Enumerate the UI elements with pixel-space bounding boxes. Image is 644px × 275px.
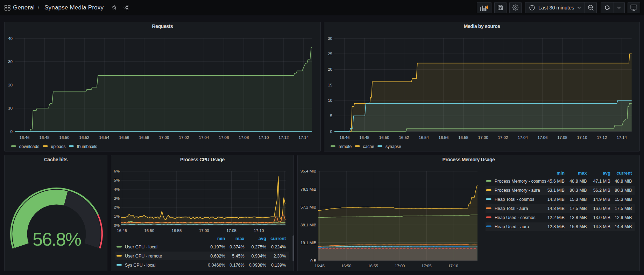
svg-text:15.3 MiB: 15.3 MiB xyxy=(569,197,587,202)
svg-text:16:48: 16:48 xyxy=(359,135,369,140)
svg-text:17.5 MiB: 17.5 MiB xyxy=(615,206,632,211)
svg-text:16:50: 16:50 xyxy=(144,228,154,233)
svg-text:17:04: 17:04 xyxy=(518,135,528,140)
svg-text:19.1 MiB: 19.1 MiB xyxy=(300,241,317,245)
svg-text:57.2 MiB: 57.2 MiB xyxy=(300,205,317,209)
svg-text:16:58: 16:58 xyxy=(139,135,149,140)
svg-text:Process Memory - cosmos: Process Memory - cosmos xyxy=(495,179,546,184)
svg-text:17:10: 17:10 xyxy=(448,264,458,268)
svg-text:53.1 MiB: 53.1 MiB xyxy=(547,188,565,193)
svg-text:Sys CPU - local: Sys CPU - local xyxy=(125,263,156,268)
svg-text:95.4 MiB: 95.4 MiB xyxy=(300,169,317,173)
svg-text:max: max xyxy=(578,170,587,176)
svg-text:Heap Used - cosmos: Heap Used - cosmos xyxy=(495,215,536,220)
svg-text:16:52: 16:52 xyxy=(399,135,409,140)
svg-text:20: 20 xyxy=(8,83,13,87)
svg-text:1%: 1% xyxy=(114,214,120,218)
svg-text:avg: avg xyxy=(259,236,266,241)
svg-text:5.45%: 5.45% xyxy=(232,254,244,259)
svg-text:cache: cache xyxy=(363,144,374,149)
svg-text:0.682%: 0.682% xyxy=(210,254,225,259)
svg-text:16:46: 16:46 xyxy=(20,135,30,140)
svg-text:12.9 MiB: 12.9 MiB xyxy=(615,215,632,220)
svg-text:0%: 0% xyxy=(114,223,120,227)
svg-text:25: 25 xyxy=(328,52,332,56)
svg-text:downloads: downloads xyxy=(19,144,39,149)
svg-text:16:46: 16:46 xyxy=(340,135,350,140)
svg-text:16:55: 16:55 xyxy=(172,228,182,233)
svg-text:16:48: 16:48 xyxy=(40,135,50,140)
svg-text:0.0938%: 0.0938% xyxy=(249,263,266,268)
svg-text:14.3 MiB: 14.3 MiB xyxy=(547,197,565,202)
svg-text:2.30%: 2.30% xyxy=(274,254,286,259)
svg-text:47.1 MiB: 47.1 MiB xyxy=(593,179,610,184)
svg-text:0 B: 0 B xyxy=(310,259,317,263)
svg-text:17:10: 17:10 xyxy=(254,228,264,233)
svg-text:0.224%: 0.224% xyxy=(271,245,286,249)
svg-text:17:06: 17:06 xyxy=(219,135,229,140)
svg-text:12.8 MiB: 12.8 MiB xyxy=(547,224,565,229)
svg-text:17:10: 17:10 xyxy=(259,135,269,140)
svg-text:0.374%: 0.374% xyxy=(229,245,244,249)
svg-text:5%: 5% xyxy=(114,178,120,182)
svg-text:5: 5 xyxy=(330,114,332,118)
svg-text:30: 30 xyxy=(8,59,13,64)
svg-text:0: 0 xyxy=(10,129,13,134)
svg-text:17:00: 17:00 xyxy=(395,264,405,268)
svg-text:14.8 MiB: 14.8 MiB xyxy=(547,206,565,211)
svg-text:20: 20 xyxy=(328,67,332,71)
svg-text:16:54: 16:54 xyxy=(419,135,429,140)
svg-text:15.8 MiB: 15.8 MiB xyxy=(569,224,587,229)
svg-text:13.0 MiB: 13.0 MiB xyxy=(593,215,610,220)
svg-text:0: 0 xyxy=(330,129,332,134)
svg-text:12.2 MiB: 12.2 MiB xyxy=(547,215,565,220)
svg-text:0.176%: 0.176% xyxy=(229,263,244,268)
svg-text:14.4 MiB: 14.4 MiB xyxy=(615,224,632,229)
svg-text:17:00: 17:00 xyxy=(159,135,169,140)
svg-text:17:05: 17:05 xyxy=(422,264,432,268)
svg-text:current: current xyxy=(616,170,632,176)
svg-text:2%: 2% xyxy=(114,205,120,209)
svg-text:Heap Total - cosmos: Heap Total - cosmos xyxy=(495,197,535,202)
svg-text:17:08: 17:08 xyxy=(239,135,249,140)
svg-text:16.6 MiB: 16.6 MiB xyxy=(593,206,610,211)
svg-text:thumbnails: thumbnails xyxy=(77,144,97,149)
svg-text:16:52: 16:52 xyxy=(79,135,90,140)
svg-text:16:56: 16:56 xyxy=(119,135,129,140)
svg-text:Process Memory - aura: Process Memory - aura xyxy=(495,188,540,193)
svg-text:16:50: 16:50 xyxy=(379,135,389,140)
svg-text:76.3 MiB: 76.3 MiB xyxy=(300,187,317,191)
svg-text:13.8 MiB: 13.8 MiB xyxy=(569,215,587,220)
svg-text:0.139%: 0.139% xyxy=(271,263,286,268)
svg-text:14.8 MiB: 14.8 MiB xyxy=(593,224,610,229)
svg-text:15: 15 xyxy=(328,83,332,87)
svg-text:3%: 3% xyxy=(114,196,120,200)
svg-text:80.3 MiB: 80.3 MiB xyxy=(615,188,632,193)
svg-text:16:50: 16:50 xyxy=(341,264,352,268)
svg-text:0.934%: 0.934% xyxy=(252,254,266,259)
svg-text:uploads: uploads xyxy=(51,144,66,149)
svg-text:17:02: 17:02 xyxy=(498,135,508,140)
svg-text:0.197%: 0.197% xyxy=(210,245,225,249)
svg-text:38.1 MiB: 38.1 MiB xyxy=(300,223,317,227)
svg-text:4%: 4% xyxy=(114,187,120,191)
svg-text:17:12: 17:12 xyxy=(279,135,289,140)
svg-text:min: min xyxy=(557,170,565,176)
svg-text:17:14: 17:14 xyxy=(617,135,627,140)
svg-text:16:55: 16:55 xyxy=(368,264,378,268)
svg-text:0.0466%: 0.0466% xyxy=(208,263,225,268)
svg-text:17.5 MiB: 17.5 MiB xyxy=(569,206,587,211)
svg-text:min: min xyxy=(217,236,225,241)
svg-text:Heap Used - aura: Heap Used - aura xyxy=(495,224,529,229)
svg-text:current: current xyxy=(270,236,286,241)
svg-text:17:10: 17:10 xyxy=(577,135,587,140)
svg-text:17:08: 17:08 xyxy=(557,135,567,140)
svg-text:40: 40 xyxy=(8,36,13,41)
svg-text:56.8%: 56.8% xyxy=(33,229,81,249)
svg-text:17:14: 17:14 xyxy=(299,135,309,140)
svg-text:17:05: 17:05 xyxy=(226,228,236,233)
svg-text:remote: remote xyxy=(339,144,352,149)
svg-text:80.3 MiB: 80.3 MiB xyxy=(569,188,587,193)
svg-text:17:04: 17:04 xyxy=(199,135,209,140)
svg-text:48.8 MiB: 48.8 MiB xyxy=(569,179,587,184)
